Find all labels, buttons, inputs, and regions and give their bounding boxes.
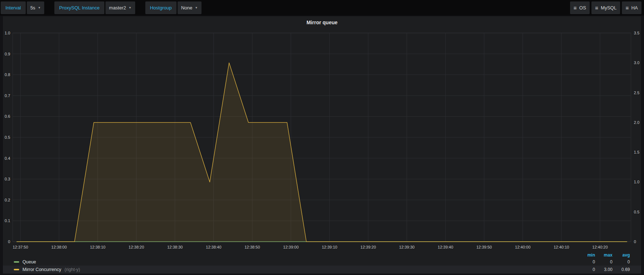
legend-stats-header: min max avg	[3, 252, 641, 258]
proxysql-instance-value: master2	[109, 5, 126, 11]
y-left-tick-label: 0	[8, 239, 10, 244]
y-left-tick-label: 0.8	[5, 72, 10, 77]
legend-series-queue[interactable]: Queue	[14, 259, 578, 264]
y-right-tick-label: 3.0	[634, 61, 639, 65]
nav-mysql-label: MySQL	[601, 5, 616, 11]
x-axis-tick-label: 12:39:30	[399, 245, 415, 249]
mirror-queue-panel: Mirror queue 12:37:5012:38:0012:38:1012:…	[3, 16, 641, 274]
x-axis-tick-label: 12:39:10	[322, 245, 337, 249]
mirror-concurrency-series-label: Mirror Concurrency	[22, 267, 61, 272]
nav-os-button[interactable]: ≡ OS	[570, 1, 590, 14]
x-axis-tick-label: 12:37:50	[13, 245, 28, 249]
x-axis-tick-label: 12:38:10	[90, 245, 105, 249]
x-axis-tick-label: 12:40:10	[554, 245, 569, 249]
y-right-tick-label: 3.5	[634, 31, 639, 35]
y-left-tick-label: 0.5	[5, 135, 10, 139]
caret-down-icon: ▼	[129, 7, 132, 9]
hostgroup-dropdown[interactable]: None ▼	[178, 1, 201, 14]
interval-value: 5s	[30, 5, 36, 11]
x-axis-tick-label: 12:38:00	[51, 245, 67, 249]
y-left-tick-label: 1.0	[5, 31, 10, 35]
hostgroup-filter-group: Hostgroup None ▼	[145, 1, 201, 14]
menu-icon: ≡	[574, 5, 577, 11]
nav-ha-label: HA	[631, 5, 638, 11]
x-axis-tick-label: 12:38:20	[129, 245, 144, 249]
legend-avg-header[interactable]: avg	[612, 253, 630, 258]
legend-max-header[interactable]: max	[595, 253, 612, 258]
y-right-tick-label: 2.0	[634, 120, 639, 125]
nav-mysql-button[interactable]: ≡ MySQL	[591, 1, 620, 14]
y-right-tick-label: 0.5	[634, 210, 639, 214]
menu-icon: ≡	[626, 5, 629, 11]
y-left-tick-label: 0.4	[5, 156, 10, 161]
x-axis-tick-label: 12:39:40	[438, 245, 453, 249]
queue-color-dash-icon	[14, 261, 19, 263]
caret-down-icon: ▼	[38, 7, 41, 9]
y-left-tick-label: 0.2	[5, 198, 10, 202]
y-right-tick-label: 1.0	[634, 180, 639, 184]
caret-down-icon: ▼	[195, 7, 198, 9]
legend: min max avg Queue 0 0 0 Mirror Concurren…	[3, 252, 641, 274]
dashboard-nav-group: ≡ OS ≡ MySQL ≡ HA	[570, 1, 642, 14]
right-axis-note: (right-y)	[65, 267, 80, 272]
nav-ha-button[interactable]: ≡ HA	[622, 1, 641, 14]
legend-row-mirror-concurrency: Mirror Concurrency (right-y) 0 3.00 0.69	[3, 266, 641, 274]
top-toolbar: Interval 5s ▼ ProxySQL Instance master2 …	[0, 0, 644, 16]
queue-max-value: 0	[595, 259, 612, 264]
interval-dropdown[interactable]: 5s ▼	[27, 1, 45, 14]
mirror-concurrency-min-value: 0	[578, 267, 595, 272]
series-lines	[17, 63, 627, 242]
chart-plot-area[interactable]: 12:37:5012:38:0012:38:1012:38:2012:38:30…	[3, 16, 641, 274]
y-left-tick-label: 0.3	[5, 177, 10, 181]
x-axis-tick-label: 12:38:50	[245, 245, 260, 249]
x-axis-tick-label: 12:39:00	[283, 245, 299, 249]
proxysql-instance-label: ProxySQL Instance	[54, 1, 104, 14]
legend-row-queue: Queue 0 0 0	[3, 258, 641, 266]
nav-os-label: OS	[579, 5, 586, 11]
queue-min-value: 0	[578, 259, 595, 264]
y-right-tick-label: 0	[634, 239, 636, 244]
hostgroup-value: None	[181, 5, 192, 11]
proxysql-instance-dropdown[interactable]: master2 ▼	[105, 1, 135, 14]
legend-series-mirror-concurrency[interactable]: Mirror Concurrency (right-y)	[14, 267, 578, 272]
mirror-concurrency-avg-value: 0.69	[612, 267, 630, 272]
x-axis-tick-label: 12:40:00	[515, 245, 531, 249]
queue-series-label: Queue	[22, 259, 36, 264]
mirror-concurrency-color-dash-icon	[14, 269, 19, 270]
x-axis-tick-label: 12:38:40	[206, 245, 221, 249]
y-right-tick-label: 2.5	[634, 91, 639, 95]
mirror-concurrency-max-value: 3.00	[595, 267, 612, 272]
menu-icon: ≡	[595, 5, 598, 11]
x-axis-tick-label: 12:39:20	[361, 245, 376, 249]
y-right-tick-label: 1.5	[634, 150, 639, 154]
x-axis-tick-label: 12:39:50	[476, 245, 492, 249]
series-area-mirror-concurrency	[17, 63, 627, 242]
interval-filter-group: Interval 5s ▼	[1, 1, 44, 14]
interval-label: Interval	[1, 1, 26, 14]
proxysql-instance-filter-group: ProxySQL Instance master2 ▼	[54, 1, 135, 14]
y-left-tick-label: 0.6	[5, 114, 10, 118]
legend-min-header[interactable]: min	[578, 253, 595, 258]
queue-avg-value: 0	[612, 259, 630, 264]
x-axis-tick-label: 12:40:20	[592, 245, 608, 249]
y-left-tick-label: 0.7	[5, 93, 10, 98]
hostgroup-label: Hostgroup	[145, 1, 176, 14]
y-left-tick-label: 0.1	[5, 218, 10, 223]
x-axis-tick-label: 12:38:30	[167, 245, 183, 249]
y-left-tick-label: 0.9	[5, 52, 10, 56]
